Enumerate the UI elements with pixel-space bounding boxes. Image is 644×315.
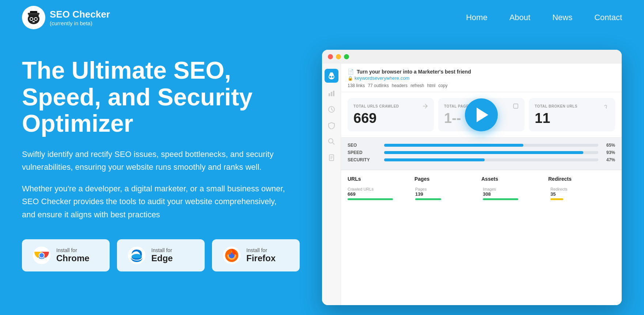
meta-link-4: refresh xyxy=(410,83,424,88)
pages-value: 139 xyxy=(415,191,480,197)
svg-point-21 xyxy=(332,76,334,78)
dot-yellow xyxy=(336,54,341,59)
url-text[interactable]: keywordseverywhere.com xyxy=(355,75,409,81)
nav-contact[interactable]: Contact xyxy=(594,13,622,22)
browser-sidebar xyxy=(322,64,341,305)
main-section: The Ultimate SEO, Speed, and Security Op… xyxy=(0,35,644,315)
left-content: The Ultimate SEO, Speed, and Security Op… xyxy=(22,50,300,286)
svg-point-7 xyxy=(35,18,37,20)
stats-row: TOTAL URLS CRAWLED 669 TOTAL PAGES CRAWL… xyxy=(341,92,622,138)
install-buttons: Install for Chrome Install for xyxy=(22,239,300,271)
install-edge-button[interactable]: Install for Edge xyxy=(117,239,205,271)
security-label: SECURITY xyxy=(348,157,380,162)
sidebar-clock-icon[interactable] xyxy=(326,104,337,115)
crawled-urls-label: Crawled URLs xyxy=(348,187,412,191)
sidebar-shield-icon[interactable] xyxy=(326,120,337,131)
install-chrome-button[interactable]: Install for Chrome xyxy=(22,239,110,271)
hero-title: The Ultimate SEO, Speed, and Security Op… xyxy=(22,57,300,137)
speed-pct: 93% xyxy=(602,150,615,155)
security-bar xyxy=(384,158,485,161)
redirects-value: 35 xyxy=(550,191,615,197)
stat-urls-label: TOTAL URLS CRAWLED xyxy=(353,103,428,109)
stat-broken-urls: TOTAL BROKEN URLS 11 xyxy=(529,98,615,131)
firefox-install-for: Install for xyxy=(246,247,276,253)
security-bar-wrap xyxy=(384,158,598,161)
table-cell-urls: Crawled URLs 669 xyxy=(348,187,412,200)
logo-area: SEO Checker (currently in beta) xyxy=(22,6,110,29)
page-icon: 📄 xyxy=(348,69,354,75)
logo-icon xyxy=(22,6,45,29)
sidebar-chart-icon[interactable] xyxy=(326,88,337,99)
chrome-btn-text: Install for Chrome xyxy=(56,247,90,263)
svg-rect-23 xyxy=(330,72,333,74)
svg-rect-26 xyxy=(333,91,334,96)
speed-bar-wrap xyxy=(384,151,598,154)
nav-about[interactable]: About xyxy=(509,13,531,22)
brand-name: SEO Checker xyxy=(50,9,110,20)
play-triangle-icon xyxy=(477,108,488,122)
edge-browser-name: Edge xyxy=(151,253,173,263)
dot-red xyxy=(328,54,333,59)
crawled-urls-bar xyxy=(348,198,393,200)
chrome-browser-name: Chrome xyxy=(56,253,90,263)
seo-pct: 65% xyxy=(602,143,615,148)
nav-news[interactable]: News xyxy=(552,13,572,22)
scores-section: SEO 65% SPEED 93% xyxy=(341,138,622,170)
url-bar: 📄 Turn your browser into a Marketer's be… xyxy=(348,69,615,75)
meta-link-6: copy xyxy=(438,83,447,88)
firefox-btn-text: Install for Firefox xyxy=(246,247,276,263)
svg-rect-24 xyxy=(329,93,330,96)
bottom-table: URLs Pages Assets Redirects Crawled URLs… xyxy=(341,170,622,305)
edge-install-for: Install for xyxy=(151,247,173,253)
svg-point-12 xyxy=(39,253,44,258)
table-headers: URLs Pages Assets Redirects xyxy=(348,176,615,182)
chrome-icon xyxy=(32,246,51,265)
images-label: Images xyxy=(483,187,548,191)
crawled-urls-value: 669 xyxy=(348,191,412,197)
stat-broken-label: TOTAL BROKEN URLS xyxy=(535,103,609,109)
chrome-install-for: Install for xyxy=(56,247,90,253)
sidebar-doc-icon[interactable] xyxy=(326,152,337,163)
table-header-urls: URLs xyxy=(348,176,414,182)
play-button[interactable] xyxy=(465,98,498,131)
svg-rect-36 xyxy=(514,104,518,108)
svg-point-6 xyxy=(30,18,33,20)
edge-icon xyxy=(127,246,146,265)
pages-bar xyxy=(415,198,441,200)
browser-topbar xyxy=(322,50,622,64)
install-firefox-button[interactable]: Install for Firefox xyxy=(212,239,300,271)
stat-urls-crawled: TOTAL URLS CRAWLED 669 xyxy=(348,98,434,131)
stat-broken-value: 11 xyxy=(535,110,609,126)
redirects-bar xyxy=(550,198,563,200)
browser-main: 📄 Turn your browser into a Marketer's be… xyxy=(341,64,622,305)
meta-link-3: headers xyxy=(392,83,408,88)
table-header-pages: Pages xyxy=(414,176,481,182)
hero-desc1: Swiftly identify and rectify SEO issues,… xyxy=(22,148,285,173)
logo-text: SEO Checker (currently in beta) xyxy=(50,9,110,26)
seo-bar xyxy=(384,144,523,147)
sidebar-logo-icon xyxy=(325,69,338,83)
svg-rect-8 xyxy=(33,21,35,22)
firefox-browser-name: Firefox xyxy=(246,253,276,263)
images-bar xyxy=(483,198,518,200)
nav-home[interactable]: Home xyxy=(466,13,488,22)
seo-bar-wrap xyxy=(384,144,598,147)
sidebar-search-icon[interactable] xyxy=(326,136,337,147)
table-cell-pages: Pages 139 xyxy=(415,187,480,200)
meta-link-1: 138 links xyxy=(348,83,365,88)
table-body: Crawled URLs 669 Pages 139 Images xyxy=(348,187,615,200)
redirects-label: Redirects xyxy=(550,187,615,191)
url-link: 🔒 keywordseverywhere.com xyxy=(348,75,615,81)
svg-line-29 xyxy=(332,109,333,110)
beta-label: (currently in beta) xyxy=(50,20,110,26)
speed-bar xyxy=(384,151,583,154)
browser-mockup: 📄 Turn your browser into a Marketer's be… xyxy=(322,50,622,305)
seo-score-row: SEO 65% xyxy=(348,143,615,148)
images-value: 308 xyxy=(483,191,548,197)
seo-label: SEO xyxy=(348,143,380,148)
security-pct: 47% xyxy=(602,157,615,162)
stat-urls-value: 669 xyxy=(353,110,428,126)
speed-label: SPEED xyxy=(348,150,380,155)
security-score-row: SECURITY 47% xyxy=(348,157,615,162)
table-header-assets: Assets xyxy=(481,176,548,182)
